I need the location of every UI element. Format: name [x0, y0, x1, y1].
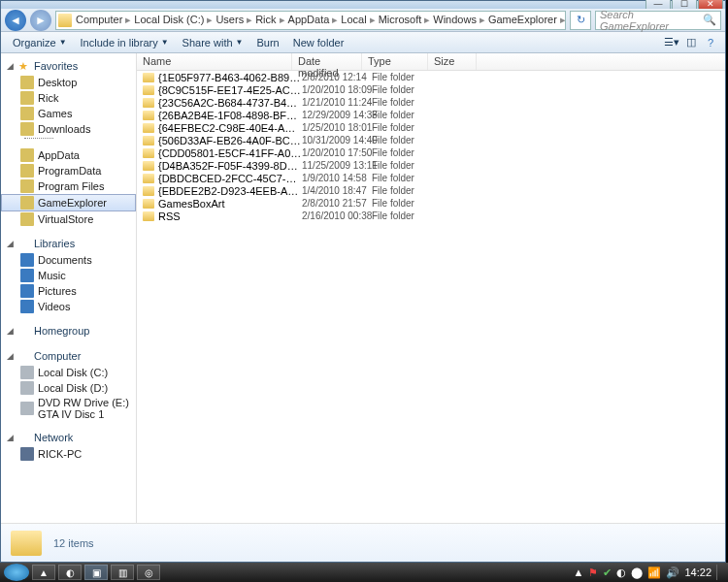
tray-icon[interactable]: ▲: [574, 566, 584, 578]
column-headers: Name Date modified Type Size: [137, 53, 725, 71]
include-library-button[interactable]: Include in library▼: [75, 35, 175, 50]
nav-dotted: [1, 137, 136, 140]
tray-icon[interactable]: ✔: [603, 566, 612, 579]
preview-pane-button[interactable]: ◫: [682, 35, 700, 50]
hg-icon: [17, 324, 30, 338]
nav-item[interactable]: Music: [1, 268, 136, 283]
taskbar-app[interactable]: ▣: [84, 565, 108, 580]
nav-item[interactable]: Games: [1, 106, 136, 121]
file-row[interactable]: {EBDEE2B2-D923-4EEB-ABCA-83CEAF9E6145}1/…: [137, 184, 725, 197]
file-row[interactable]: {23C56A2C-B684-4737-B44A-6784453307A6}1/…: [137, 96, 725, 109]
folder-icon: [58, 14, 72, 27]
new-folder-button[interactable]: New folder: [287, 35, 350, 50]
folder-icon: [20, 148, 34, 162]
file-row[interactable]: {CDD05801-E5CF-41FF-A018-D6400184259B}1/…: [137, 146, 725, 159]
help-button[interactable]: ?: [702, 35, 719, 50]
file-row[interactable]: {8C9C515F-EE17-4E25-ACAD-0D710E2DD848}1/…: [137, 83, 725, 96]
col-date[interactable]: Date modified: [292, 53, 362, 70]
file-row[interactable]: {26BA2B4E-1F08-4898-BF4B-AE65FF07B0D8}12…: [137, 109, 725, 121]
col-size[interactable]: Size: [428, 53, 477, 70]
tray-icon[interactable]: 📶: [647, 566, 661, 579]
folder-icon: [143, 199, 154, 209]
file-row[interactable]: {DBDCBCED-2FCC-45C7-B618-B2469DD44819}1/…: [137, 172, 725, 184]
crumb-part[interactable]: Users: [215, 14, 244, 25]
folder-icon: [143, 211, 154, 221]
nav-group-header[interactable]: ◢★Favorites: [1, 57, 136, 75]
crumb-part[interactable]: Local: [341, 14, 366, 25]
nav-item[interactable]: Local Disk (C:): [1, 365, 136, 380]
forward-button[interactable]: ►: [30, 10, 51, 31]
folder-icon: [143, 111, 154, 120]
organize-button[interactable]: Organize▼: [7, 35, 73, 50]
nav-item[interactable]: Documents: [1, 252, 136, 268]
taskbar-app[interactable]: ▲: [32, 565, 55, 580]
col-name[interactable]: Name: [137, 53, 292, 70]
file-list: {1E05F977-B463-4062-B898-9AD4B0332B70}2/…: [137, 71, 725, 523]
nav-item[interactable]: ProgramData: [1, 163, 136, 178]
nav-group-header[interactable]: ◢Network: [1, 429, 136, 446]
nav-group-header[interactable]: ◢Homegroup: [1, 322, 136, 340]
nav-item[interactable]: Rick: [1, 90, 136, 106]
breadcrumb[interactable]: Computer▸Local Disk (C:)▸Users▸Rick▸AppD…: [76, 14, 566, 26]
folder-icon: [20, 402, 34, 415]
nav-item[interactable]: RICK-PC: [1, 446, 136, 462]
tray-icon[interactable]: ◐: [616, 566, 626, 579]
system-tray[interactable]: ▲ ⚑ ✔ ◐ ⬤ 📶 🔊 14:22: [574, 565, 724, 580]
folder-icon: [20, 253, 34, 267]
folder-icon: [20, 107, 34, 120]
clock[interactable]: 14:22: [684, 566, 711, 578]
refresh-button[interactable]: ↻: [570, 11, 591, 30]
tray-icon[interactable]: ⬤: [631, 566, 643, 579]
nav-item[interactable]: Program Files: [1, 178, 136, 194]
back-button[interactable]: ◄: [5, 10, 26, 31]
crumb-part[interactable]: Local Disk (C:): [134, 14, 204, 25]
file-row[interactable]: {D4BA352F-F05F-4399-8D20-40E9A4E1850F}11…: [137, 159, 725, 172]
toolbar: Organize▼ Include in library▼ Share with…: [1, 32, 725, 53]
content-pane: Name Date modified Type Size {1E05F977-B…: [137, 53, 725, 523]
nav-group-header[interactable]: ◢Libraries: [1, 235, 136, 252]
crumb-part[interactable]: Rick: [255, 14, 276, 25]
folder-icon: [20, 300, 34, 313]
show-desktop[interactable]: [716, 565, 724, 580]
folder-icon: [20, 284, 34, 298]
view-options-button[interactable]: ☰▾: [663, 35, 680, 50]
details-pane: 12 items: [1, 523, 725, 562]
tray-icon[interactable]: ⚑: [588, 566, 598, 579]
nav-item[interactable]: Local Disk (D:): [1, 380, 136, 396]
nav-item[interactable]: AppData: [1, 147, 136, 163]
nav-item[interactable]: Desktop: [1, 75, 136, 90]
col-type[interactable]: Type: [362, 53, 428, 70]
nav-item[interactable]: Videos: [1, 299, 136, 314]
folder-icon: [20, 91, 34, 105]
taskbar-app[interactable]: ◎: [137, 565, 160, 580]
file-row[interactable]: {1E05F977-B463-4062-B898-9AD4B0332B70}2/…: [137, 71, 725, 83]
folder-icon: [143, 98, 154, 108]
crumb-part[interactable]: Computer: [76, 14, 122, 25]
start-button[interactable]: [4, 564, 29, 581]
crumb-part[interactable]: GameExplorer: [488, 14, 557, 25]
nav-item[interactable]: Pictures: [1, 283, 136, 299]
nav-group-header[interactable]: ◢Computer: [1, 347, 136, 365]
volume-icon[interactable]: 🔊: [666, 566, 679, 579]
folder-icon: [143, 123, 154, 133]
file-row[interactable]: {64EFBEC2-C98E-40E4-AB8F-4F94D5DDABF4}1/…: [137, 121, 725, 134]
breadcrumb-box[interactable]: Computer▸Local Disk (C:)▸Users▸Rick▸AppD…: [55, 11, 566, 30]
crumb-part[interactable]: Microsoft: [379, 14, 422, 25]
nav-item[interactable]: DVD RW Drive (E:) GTA IV Disc 1: [1, 396, 136, 421]
folder-icon: [20, 164, 34, 178]
folder-icon: [143, 148, 154, 158]
nav-item[interactable]: Downloads: [1, 121, 136, 137]
taskbar-app[interactable]: ◐: [58, 565, 82, 580]
file-row[interactable]: RSS2/16/2010 00:38File folder: [137, 210, 725, 222]
file-row[interactable]: {506D33AF-EB26-4A0F-BC3B-2EF070DE2434}10…: [137, 134, 725, 146]
burn-button[interactable]: Burn: [250, 35, 284, 50]
share-with-button[interactable]: Share with▼: [177, 35, 249, 50]
file-row[interactable]: GamesBoxArt2/8/2010 21:57File folder: [137, 197, 725, 210]
search-input[interactable]: Search GameExplorer 🔍: [595, 11, 721, 30]
crumb-part[interactable]: Windows: [433, 14, 477, 25]
folder-icon: [20, 447, 34, 461]
nav-item[interactable]: GameExplorer: [1, 194, 136, 211]
crumb-part[interactable]: AppData: [288, 14, 330, 25]
taskbar-app[interactable]: ▥: [111, 565, 134, 580]
nav-item[interactable]: VirtualStore: [1, 211, 136, 227]
